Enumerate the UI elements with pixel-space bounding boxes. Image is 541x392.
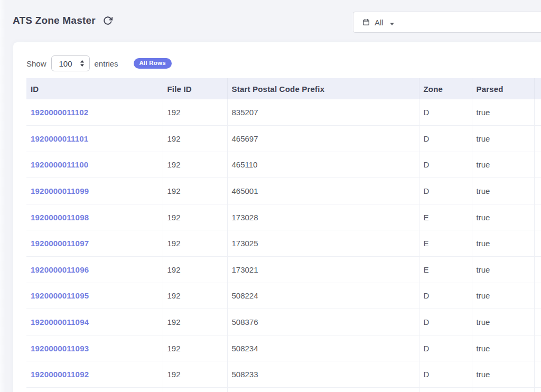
cell-file-id: 192 bbox=[163, 361, 227, 388]
cell-start-postal-code-prefix: 508376 bbox=[227, 309, 419, 335]
cell-parsed: true bbox=[472, 204, 534, 230]
cell-zone: D bbox=[419, 99, 472, 126]
cell-start-postal-code-prefix: 173025 bbox=[227, 230, 419, 257]
cell-file-id: 192 bbox=[163, 257, 227, 283]
cell-file-id: 192 bbox=[163, 178, 227, 204]
table-row: 1920000011097 192 173025 E true bbox=[26, 230, 541, 257]
row-id-link[interactable]: 1920000011098 bbox=[31, 213, 89, 222]
table-body: 1920000011102 192 835207 D true 19200000… bbox=[26, 99, 541, 392]
cell-cutoff bbox=[534, 388, 541, 392]
cell-file-id: 192 bbox=[163, 309, 227, 335]
cell-zone: E bbox=[419, 204, 472, 230]
calendar-icon bbox=[362, 18, 370, 26]
cell-zone: E bbox=[419, 230, 472, 257]
show-label: Show bbox=[26, 59, 46, 68]
cell-cutoff bbox=[534, 361, 541, 388]
row-id-link[interactable]: 1920000011101 bbox=[31, 134, 88, 143]
table-card: Show 100 entries All Rows IDFile IDStart… bbox=[13, 42, 541, 392]
page-size-value: 100 bbox=[59, 59, 72, 68]
table-row: 1920000011099 192 465001 D true bbox=[26, 178, 541, 204]
cell-parsed: true bbox=[472, 361, 534, 388]
page-header: ATS Zone Master bbox=[13, 15, 113, 26]
table-row: 1920000011098 192 173028 E true bbox=[26, 204, 541, 230]
cell-zone: D bbox=[419, 152, 472, 178]
row-id-link[interactable]: 1920000011096 bbox=[31, 265, 89, 274]
column-header: Start Postal Code Prefix bbox=[227, 78, 419, 99]
table-row: 1920000011093 192 508234 D true bbox=[26, 335, 541, 361]
cell-start-postal-code-prefix: 173021 bbox=[227, 257, 419, 283]
page: { "page": { "title": "ATS Zone Master" }… bbox=[0, 0, 541, 392]
entries-label: entries bbox=[95, 59, 118, 68]
row-id-link[interactable]: 1920000011093 bbox=[31, 344, 89, 353]
cell-parsed: true bbox=[472, 99, 534, 126]
row-id-link[interactable]: 1920000011095 bbox=[31, 291, 89, 300]
zone-master-table: IDFile IDStart Postal Code PrefixZonePar… bbox=[26, 78, 541, 392]
row-id-link[interactable]: 1920000011092 bbox=[31, 370, 89, 379]
page-size-select[interactable]: 100 bbox=[51, 55, 90, 71]
cell-parsed: true bbox=[472, 283, 534, 309]
cell-file-id: 192 bbox=[163, 283, 227, 309]
row-id-link[interactable]: 1920000011099 bbox=[31, 186, 89, 195]
refresh-button[interactable] bbox=[102, 15, 113, 26]
table-header-row: IDFile IDStart Postal Code PrefixZonePar… bbox=[26, 78, 541, 99]
table-row: 1920000011095 192 508224 D true bbox=[26, 283, 541, 309]
cell-file-id: 192 bbox=[163, 99, 227, 126]
cell-start-postal-code-prefix: 508224 bbox=[227, 283, 419, 309]
cell-start-postal-code-prefix: 173028 bbox=[227, 204, 419, 230]
cell-start-postal-code-prefix bbox=[227, 388, 419, 392]
cell-start-postal-code-prefix: 465697 bbox=[227, 126, 419, 152]
cell-zone: E bbox=[419, 257, 472, 283]
refresh-icon bbox=[103, 16, 113, 25]
cell-start-postal-code-prefix: 465001 bbox=[227, 178, 419, 204]
cell-cutoff bbox=[534, 230, 541, 257]
cell-zone: D bbox=[419, 335, 472, 361]
cell-zone: D bbox=[419, 309, 472, 335]
table-row: 1920000011096 192 173021 E true bbox=[26, 257, 541, 283]
cell-zone: D bbox=[419, 283, 472, 309]
cell-file-id: 192 bbox=[163, 152, 227, 178]
all-rows-badge: All Rows bbox=[134, 58, 172, 69]
cell-start-postal-code-prefix: 835207 bbox=[227, 99, 419, 126]
cell-cutoff bbox=[534, 283, 541, 309]
cell-zone bbox=[419, 388, 472, 392]
chevron-down-icon bbox=[390, 18, 394, 27]
cell-file-id: 192 bbox=[163, 204, 227, 230]
cell-parsed: true bbox=[472, 335, 534, 361]
cell-file-id: 192 bbox=[163, 230, 227, 257]
cell-start-postal-code-prefix: 508234 bbox=[227, 335, 419, 361]
row-id-link[interactable]: 1920000011102 bbox=[31, 108, 88, 117]
cell-file-id: 192 bbox=[163, 335, 227, 361]
cell-zone: D bbox=[419, 126, 472, 152]
cell-zone: D bbox=[419, 178, 472, 204]
cell-cutoff bbox=[534, 335, 541, 361]
cell-cutoff bbox=[534, 204, 541, 230]
table-row: 1920000011101 192 465697 D true bbox=[26, 126, 541, 152]
cell-parsed bbox=[472, 388, 534, 392]
column-header: File ID bbox=[163, 78, 227, 99]
table-row: 1920000011100 192 465110 D true bbox=[26, 152, 541, 178]
cell-parsed: true bbox=[472, 309, 534, 335]
row-id-link[interactable]: 1920000011100 bbox=[31, 160, 88, 169]
cell-parsed: true bbox=[472, 152, 534, 178]
cell-parsed: true bbox=[472, 257, 534, 283]
cell-start-postal-code-prefix: 508233 bbox=[227, 361, 419, 388]
row-id-link[interactable]: 1920000011094 bbox=[31, 318, 89, 326]
column-header-cutoff bbox=[534, 78, 541, 99]
column-header: Parsed bbox=[472, 78, 534, 99]
date-filter-value: All bbox=[375, 18, 384, 27]
table-row-partial bbox=[26, 388, 541, 392]
table-row: 1920000011102 192 835207 D true bbox=[26, 99, 541, 126]
table-controls: Show 100 entries All Rows bbox=[13, 42, 541, 71]
cell-parsed: true bbox=[472, 126, 534, 152]
cell-cutoff bbox=[534, 152, 541, 178]
date-filter-dropdown[interactable]: All bbox=[353, 12, 541, 33]
page-title: ATS Zone Master bbox=[13, 15, 96, 26]
cell-zone: D bbox=[419, 361, 472, 388]
stepper-arrows-icon bbox=[80, 60, 85, 67]
cell-cutoff bbox=[534, 178, 541, 204]
cell-cutoff bbox=[534, 99, 541, 126]
cell-parsed: true bbox=[472, 178, 534, 204]
cell-cutoff bbox=[534, 126, 541, 152]
row-id-link[interactable]: 1920000011097 bbox=[31, 239, 89, 248]
cell-cutoff bbox=[534, 257, 541, 283]
